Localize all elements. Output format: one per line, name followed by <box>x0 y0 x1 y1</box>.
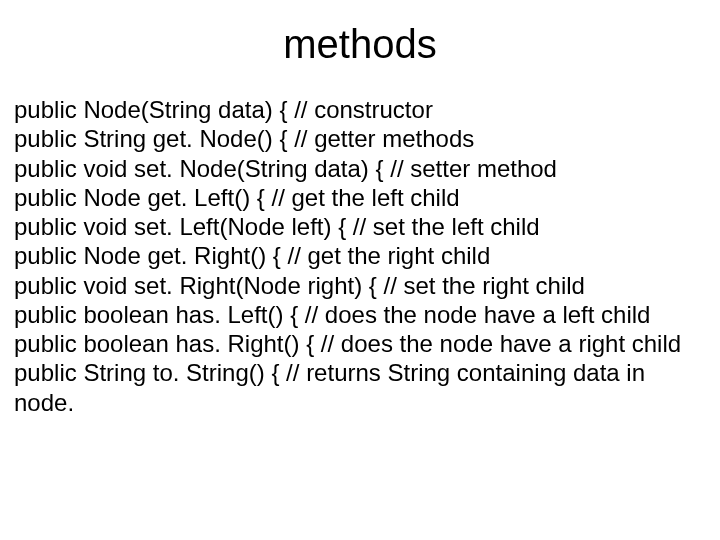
code-line: public boolean has. Left() { // does the… <box>14 300 706 329</box>
code-line: public Node get. Left() { // get the lef… <box>14 183 706 212</box>
code-line: public Node get. Right() { // get the ri… <box>14 241 706 270</box>
slide-title: methods <box>0 22 720 67</box>
code-line: public String to. String() { // returns … <box>14 358 706 417</box>
code-line: public String get. Node() { // getter me… <box>14 124 706 153</box>
code-line: public void set. Left(Node left) { // se… <box>14 212 706 241</box>
code-line: public Node(String data) { // constructo… <box>14 95 706 124</box>
code-line: public boolean has. Right() { // does th… <box>14 329 706 358</box>
code-line: public void set. Right(Node right) { // … <box>14 271 706 300</box>
slide: methods public Node(String data) { // co… <box>0 22 720 540</box>
slide-body: public Node(String data) { // constructo… <box>0 95 720 417</box>
code-line: public void set. Node(String data) { // … <box>14 154 706 183</box>
